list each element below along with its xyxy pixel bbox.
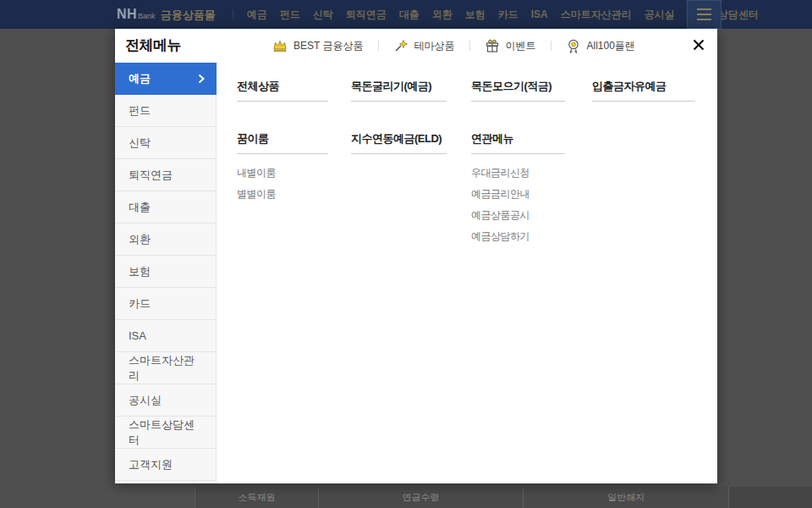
panel-header: 전체메뉴 BEST 금융상품 테마상품 [115,29,717,63]
top-nav: 예금 펀드 신탁 퇴직연금 대출 외환 보험 카드 ISA 스마트자산관리 공시… [247,8,759,22]
group-installment-savings: 목돈모으기(적금) [471,79,565,102]
sidebar-item-loans[interactable]: 대출 [115,191,216,224]
group-lump-sum-deposit: 목돈굴리기(예금) [351,79,447,102]
nav-item-insurance[interactable]: 보험 [465,8,486,22]
logo-title: 금융상품몰 [161,8,216,23]
group-related-menu: 연관메뉴 우대금리신청 예금금리안내 예금상품공시 예금상담하기 [471,131,565,246]
all-menu-panel: 전체메뉴 BEST 금융상품 테마상품 [115,29,717,483]
gift-icon [486,39,499,52]
divider [469,41,470,51]
group-free-deposit: 입출금자유예금 [592,79,695,102]
menu-link[interactable]: 별별이룸 [237,188,276,200]
sidebar-item-customer-support[interactable]: 고객지원 [115,449,216,481]
group-title-link[interactable]: 연관메뉴 [471,131,565,154]
nav-item-loans[interactable]: 대출 [399,8,420,22]
menu-link[interactable]: 우대금리신청 [471,167,529,179]
quick-link-label: All100플랜 [586,39,634,53]
background-table-row: 소득재원 연금수령 일반해지 [195,487,729,508]
hamburger-menu-button[interactable] [687,0,721,29]
menu-sidebar: 예금 펀드 신탁 퇴직연금 대출 외환 보험 카드 ISA 스마트자산관리 공시… [115,63,217,483]
quick-links: BEST 금융상품 테마상품 이벤트 [272,29,635,63]
sidebar-item-funds[interactable]: 펀드 [115,95,216,127]
list-item: 내별이룸 [237,162,328,183]
sidebar-item-cards[interactable]: 카드 [115,288,216,320]
medal-icon [567,39,580,53]
nav-item-deposits[interactable]: 예금 [247,8,267,22]
group-dream-savings: 꿈이룸 내별이룸 별별이룸 [237,131,328,204]
brand-logo[interactable]: NH Bank 금융상품몰 [117,7,216,23]
group-title-link[interactable]: 꿈이룸 [237,131,328,154]
all100-plan-link[interactable]: All100플랜 [567,39,634,53]
crown-icon [272,40,288,52]
nav-item-disclosure[interactable]: 공시실 [645,8,675,22]
quick-link-label: BEST 금융상품 [294,39,363,53]
group-title-link[interactable]: 입출금자유예금 [592,79,695,102]
menu-link[interactable]: 내별이룸 [237,167,276,179]
group-title-link[interactable]: 전체상품 [237,79,328,102]
sidebar-item-insurance[interactable]: 보험 [115,256,216,288]
nav-item-trust[interactable]: 신탁 [313,8,333,22]
nav-item-retirement-pension[interactable]: 퇴직연금 [346,8,387,22]
nav-item-cards[interactable]: 카드 [498,8,518,22]
bg-table-cell: 일반해지 [524,487,729,508]
sidebar-item-forex[interactable]: 외환 [115,224,216,256]
bg-table-cell: 소득재원 [195,487,319,508]
group-title-link[interactable]: 목돈모으기(적금) [471,79,565,102]
divider [233,9,233,19]
background-strip [729,487,812,508]
logo-bank: Bank [138,12,156,20]
sidebar-item-smart-counsel-center[interactable]: 스마트상담센터 [115,417,216,449]
nav-item-funds[interactable]: 펀드 [280,8,300,22]
events-link[interactable]: 이벤트 [486,39,535,53]
sidebar-item-retirement-pension[interactable]: 퇴직연금 [115,159,216,191]
panel-title: 전체메뉴 [125,29,181,63]
list-item: 예금상품공시 [471,204,565,225]
best-products-link[interactable]: BEST 금융상품 [272,39,363,53]
divider [551,41,551,51]
group-title-link[interactable]: 목돈굴리기(예금) [351,79,447,102]
sidebar-item-deposits[interactable]: 예금 [115,63,217,95]
close-icon[interactable] [690,36,707,53]
menu-link[interactable]: 예금금리안내 [471,188,529,200]
sidebar-item-trust[interactable]: 신탁 [115,127,216,159]
list-item: 별별이룸 [237,183,328,204]
list-item: 우대금리신청 [471,162,565,183]
group-all-products: 전체상품 [237,79,328,102]
list-item: 예금금리안내 [471,183,565,204]
nav-item-forex[interactable]: 외환 [432,8,453,22]
sidebar-item-smart-asset-management[interactable]: 스마트자산관리 [115,352,216,384]
wand-icon [394,39,408,52]
quick-link-label: 테마상품 [414,39,454,53]
chevron-right-icon [198,74,205,84]
sidebar-item-isa[interactable]: ISA [115,320,216,352]
theme-products-link[interactable]: 테마상품 [394,39,454,53]
divider [378,41,379,51]
menu-link[interactable]: 예금상담하기 [471,230,529,242]
top-navbar: NH Bank 금융상품몰 예금 펀드 신탁 퇴직연금 대출 외환 보험 카드 … [0,0,812,29]
menu-link[interactable]: 예금상품공시 [471,209,529,221]
quick-link-label: 이벤트 [505,39,535,53]
nav-item-smart-asset-management[interactable]: 스마트자산관리 [561,8,632,22]
sidebar-item-disclosure[interactable]: 공시실 [115,384,216,417]
hamburger-icon [697,8,711,10]
bg-table-cell: 연금수령 [319,487,524,508]
menu-content: 전체상품 목돈굴리기(예금) 목돈모으기(적금) 입출금자유예금 꿈이룸 내별이… [217,63,717,483]
nav-item-isa[interactable]: ISA [531,8,548,20]
logo-nh: NH [117,7,137,22]
group-eld: 지수연동예금(ELD) [351,131,447,154]
group-title-link[interactable]: 지수연동예금(ELD) [351,131,447,154]
list-item: 예금상담하기 [471,225,565,246]
